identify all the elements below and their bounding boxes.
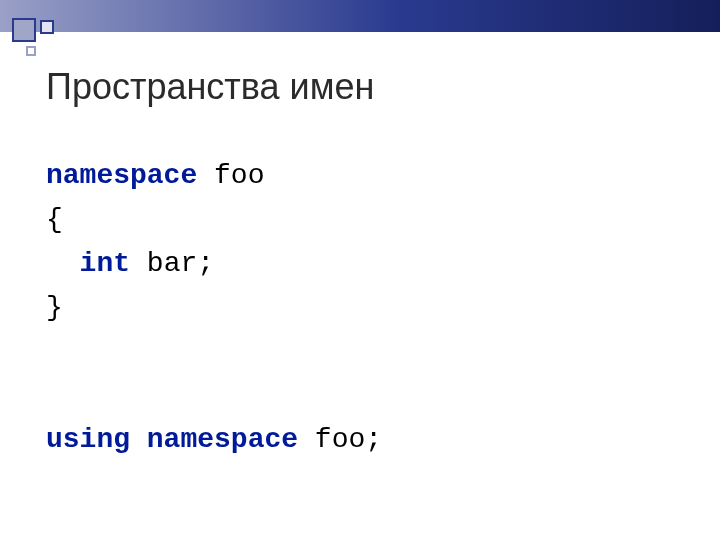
semicolon: ; (365, 424, 382, 455)
header-bar (0, 0, 720, 32)
keyword: using namespace (46, 424, 298, 455)
identifier: foo (214, 160, 264, 191)
indent (46, 248, 80, 279)
slide: Пространства имен namespace foo { int ba… (0, 0, 720, 540)
brace: { (46, 204, 63, 235)
code-line: using namespace foo; (46, 422, 382, 466)
space (298, 424, 315, 455)
semicolon: ; (197, 248, 214, 279)
code-line: { (46, 202, 382, 246)
space (197, 160, 214, 191)
code-line (46, 378, 382, 422)
square-icon (40, 20, 54, 34)
space (130, 248, 147, 279)
code-block: namespace foo { int bar; } using namespa… (46, 158, 382, 466)
code-line: int bar; (46, 246, 382, 290)
code-line (46, 334, 382, 378)
identifier: foo (315, 424, 365, 455)
code-line: } (46, 290, 382, 334)
square-icon (26, 46, 36, 56)
keyword: int (80, 248, 130, 279)
identifier: bar (147, 248, 197, 279)
keyword: namespace (46, 160, 197, 191)
square-icon (12, 18, 36, 42)
code-line: namespace foo (46, 158, 382, 202)
slide-title: Пространства имен (46, 66, 374, 108)
brace: } (46, 292, 63, 323)
